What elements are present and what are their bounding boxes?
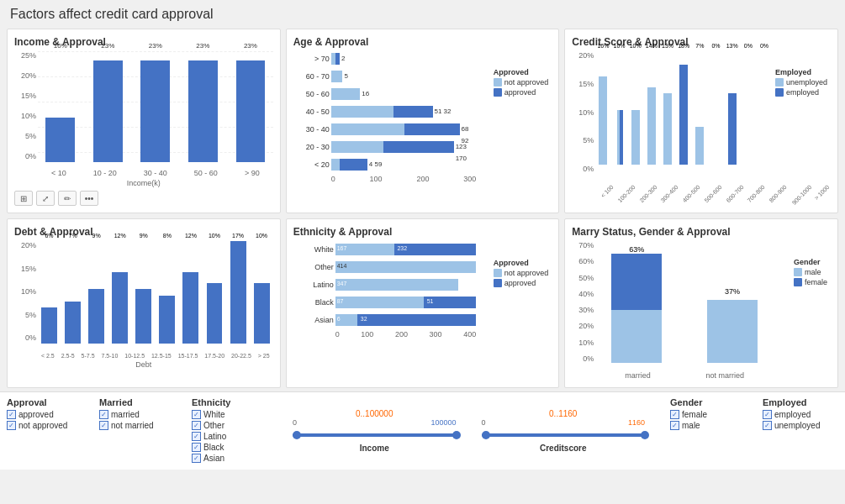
employed-filter: Employed ✓ employed ✓ unemployed: [763, 397, 838, 465]
filter-item[interactable]: ✓ Black: [192, 443, 267, 452]
legend-color-not-approved: [494, 78, 502, 87]
asian-checkbox[interactable]: ✓: [192, 454, 201, 463]
married-checkbox[interactable]: ✓: [99, 410, 108, 419]
stacked-group-married: 63%: [597, 241, 676, 363]
not-married-checkbox[interactable]: ✓: [99, 421, 108, 430]
age-legend: Approved not approved approved: [494, 68, 549, 98]
male-checkbox[interactable]: ✓: [670, 421, 679, 430]
bar-group: 13%: [725, 51, 740, 165]
bar-group: 18%: [676, 51, 691, 165]
credit-y-axis: 20%15%10%5%0%: [572, 51, 595, 173]
bar-group: 7%: [61, 241, 84, 344]
latino-checkbox[interactable]: ✓: [192, 432, 201, 441]
creditscore-slider-current: 0..1160: [482, 409, 646, 418]
income-slider-current: 0..100000: [293, 409, 457, 418]
bar-group: 23%: [181, 51, 226, 162]
filter-item[interactable]: ✓ unemployed: [763, 421, 838, 430]
toolbar-edit-btn[interactable]: ✏: [58, 191, 77, 206]
bar-group: 10%: [628, 51, 643, 165]
other-checkbox[interactable]: ✓: [192, 421, 201, 430]
filter-item[interactable]: ✓ female: [670, 410, 746, 419]
married-filter-title: Married: [99, 397, 175, 407]
hbar-row-black: Black 87 51: [335, 295, 477, 310]
toolbar-table-btn[interactable]: ⊞: [14, 191, 33, 206]
filter-item[interactable]: ✓ not approved: [7, 421, 82, 430]
emp-bar: [728, 93, 737, 165]
bar-group: 16%: [595, 51, 610, 165]
bar-group: 10%: [611, 51, 626, 165]
not-approved-checkbox[interactable]: ✓: [7, 421, 16, 430]
marry-x-labels: married not married: [597, 371, 772, 380]
marry-chart-title: Marry Status, Gender & Approval: [572, 226, 831, 238]
bar-group: 7%: [692, 51, 707, 165]
approved-checkbox[interactable]: ✓: [7, 410, 16, 419]
creditscore-slider[interactable]: [482, 433, 646, 437]
income-card: Income & Approval 25%20%15%10%5%0% 10% 2…: [7, 29, 281, 213]
filters-section: Approval ✓ approved ✓ not approved Marri…: [0, 391, 845, 470]
unemp-bar: [631, 110, 640, 165]
creditscore-slider-thumb-left[interactable]: [482, 431, 490, 439]
income-y-axis: 25%20%15%10%5%0%: [14, 51, 38, 160]
legend-item: unemployed: [775, 78, 827, 87]
income-slider-label: Income: [293, 444, 457, 453]
filter-item[interactable]: ✓ Asian: [192, 454, 267, 463]
hbar-row-white: White 167 232: [335, 242, 477, 257]
gender-filter-title: Gender: [670, 397, 746, 407]
hbar-row: 40 - 50 51 32: [331, 104, 477, 119]
hbar-row-other: Other 414: [335, 260, 477, 275]
bar-group: 14%: [644, 51, 659, 165]
filter-item[interactable]: ✓ White: [192, 410, 267, 419]
ethnicity-card: Ethnicity & Approval Approved not approv…: [286, 218, 560, 388]
toolbar-more-btn[interactable]: •••: [80, 191, 98, 206]
bar-group: 23%: [228, 51, 273, 162]
bar: [140, 60, 170, 162]
marry-stacked-bars: 63% 37%: [597, 241, 772, 363]
filter-item[interactable]: ✓ not married: [99, 421, 175, 430]
black-checkbox[interactable]: ✓: [192, 443, 201, 452]
age-card: Age & Approval Approved not approved app…: [286, 29, 560, 213]
income-slider[interactable]: [293, 433, 457, 437]
female-checkbox[interactable]: ✓: [670, 410, 679, 419]
filter-item[interactable]: ✓ Other: [192, 421, 267, 430]
bar-group: 0%: [708, 51, 723, 165]
bar-group: 0%: [757, 51, 772, 165]
dashboard: Income & Approval 25%20%15%10%5%0% 10% 2…: [0, 25, 845, 391]
bar-group: 9%: [132, 241, 155, 344]
unemployed-checkbox[interactable]: ✓: [763, 421, 772, 430]
creditscore-slider-thumb-right[interactable]: [641, 431, 649, 439]
hbar-row: 20 - 30 123 170: [331, 139, 477, 155]
legend-item: employed: [775, 88, 827, 97]
page-title: Factors affect credit card approval: [0, 0, 845, 25]
bar-group: 13%: [660, 51, 675, 165]
bar-group: 6%: [38, 241, 61, 344]
age-x-labels: 0 100 200 300: [331, 175, 477, 183]
income-slider-fill: [293, 433, 457, 437]
marry-card: Marry Status, Gender & Approval Gender m…: [564, 218, 838, 388]
bar-group: 12%: [179, 241, 202, 344]
bar-group: 23%: [86, 51, 131, 162]
bar: [236, 60, 266, 162]
legend-item: approved: [494, 88, 549, 97]
white-checkbox[interactable]: ✓: [192, 410, 201, 419]
filter-item[interactable]: ✓ Latino: [192, 432, 267, 441]
stacked-group-not-married: 37%: [693, 241, 772, 363]
hbar-row: 30 - 40 68 92: [331, 122, 477, 137]
income-slider-range: 0 100000: [293, 418, 457, 427]
debt-bars: 6% 7% 9% 12% 9%: [38, 241, 273, 344]
toolbar-expand-btn[interactable]: ⤢: [36, 191, 55, 206]
ethnicity-x-labels: 0 100 200 300 400: [335, 330, 477, 339]
legend-color-approved: [494, 88, 502, 97]
income-slider-thumb-left[interactable]: [293, 431, 301, 439]
bar-group: 10%: [251, 241, 273, 344]
income-slider-thumb-right[interactable]: [452, 431, 461, 439]
hbar-row-asian: Asian 6 32: [335, 312, 477, 328]
employed-checkbox[interactable]: ✓: [763, 410, 772, 419]
filter-item[interactable]: ✓ male: [670, 421, 746, 430]
filter-item[interactable]: ✓ employed: [763, 410, 838, 419]
bar-group: 12%: [108, 241, 131, 344]
bar-group: 0%: [741, 51, 756, 165]
bar-group: 10%: [203, 241, 225, 344]
filter-item[interactable]: ✓ approved: [7, 410, 82, 419]
bar: [188, 60, 218, 162]
filter-item[interactable]: ✓ married: [99, 410, 175, 419]
